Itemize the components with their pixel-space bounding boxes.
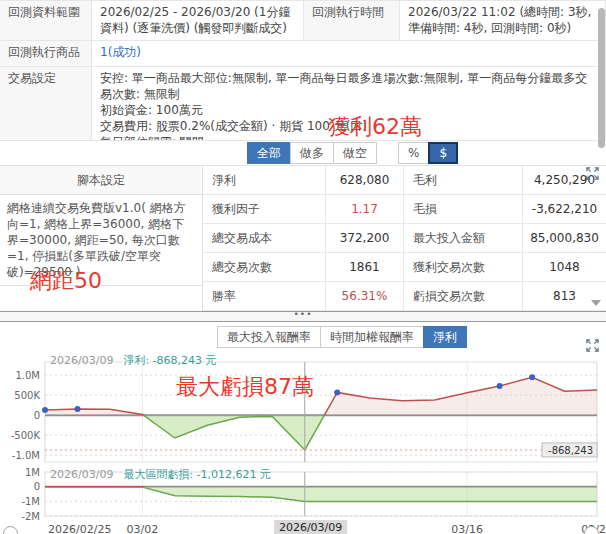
right-zoom-handle[interactable] [584, 526, 599, 534]
table-row: 總交易成本 372,200 最大投入金額 85,000,830 [203, 224, 606, 253]
stat-label: 獲利交易次數 [404, 253, 523, 282]
stat-label: 淨利 [203, 166, 326, 195]
stat-value: -3,622,210 [523, 195, 606, 224]
chart-fullscreen-icon[interactable] [586, 339, 599, 352]
script-settings-column: 腳本設定 網格連續交易免費版v1.0( 網格方向=1, 網格上界=36000, … [0, 166, 203, 311]
stat-label: 總交易次數 [203, 253, 326, 282]
trade-settings-value: 安控: 單一商品最大部位:無限制, 單一商品每日最多進場次數:無限制, 單一商品… [92, 67, 606, 141]
stat-label: 毛利 [404, 166, 523, 195]
dollar-toggle-button[interactable]: $ [428, 142, 458, 164]
max-drawdown-chart[interactable]: 1M0-1M-2M 2026/03/09最大區間虧損: -1,012,621 元 [0, 466, 606, 520]
x-axis-tick: 03/02 [127, 523, 159, 534]
svg-text:0: 0 [34, 410, 40, 421]
direction-filter-group: 全部 做多 做空 [247, 142, 377, 164]
chart-tab-bar: 最大投入報酬率 時間加權報酬率 淨利 [0, 322, 606, 352]
stats-grid: 淨利 628,080 毛利 4,250,290 獲利因子 1.17 毛損 -3,… [203, 166, 606, 311]
left-zoom-handle[interactable] [3, 526, 18, 534]
result-toolbar: 全部 做多 做空 % $ [0, 141, 606, 165]
svg-text:1.0M: 1.0M [15, 370, 40, 381]
filter-all-button[interactable]: 全部 [247, 142, 291, 164]
svg-text:500K: 500K [14, 390, 40, 401]
product-success-link[interactable]: 1(成功) [100, 45, 141, 59]
svg-text:-1M: -1M [21, 496, 40, 507]
stat-value: 56.31% [326, 282, 404, 311]
net-profit-chart-svg[interactable]: -868,2431.0M500K0-500K-1.0M [0, 352, 606, 466]
stat-label: 虧損交易次數 [404, 282, 523, 311]
stat-label: 總交易成本 [203, 224, 326, 253]
filter-long-button[interactable]: 做多 [290, 142, 334, 164]
x-axis-tick: 2026/02/25 [48, 523, 111, 534]
stat-value: 1.17 [326, 195, 404, 224]
stat-label: 勝率 [203, 282, 326, 311]
stat-value: 85,000,830 [523, 224, 606, 253]
vertical-scrollbar[interactable] [598, 8, 605, 148]
tab-time-weighted-return[interactable]: 時間加權報酬率 [320, 326, 424, 348]
collapse-arrow-icon[interactable] [591, 300, 601, 306]
range-value: 2026/02/25 - 2026/03/20 (1分鐘資料) (逐筆洗價) (… [92, 1, 304, 41]
x-axis-tick: 03/16 [451, 523, 483, 534]
trade-settings-label: 交易設定 [0, 67, 92, 141]
chart-tab-group: 最大投入報酬率 時間加權報酬率 淨利 [217, 326, 467, 348]
stat-value: 372,200 [326, 224, 404, 253]
table-row: 獲利因子 1.17 毛損 -3,622,210 [203, 195, 606, 224]
max-drawdown-chart-svg[interactable]: 1M0-1M-2M [0, 466, 606, 520]
svg-text:-500K: -500K [11, 430, 41, 441]
stat-label: 毛損 [404, 195, 523, 224]
range-label: 回測資料範圍 [0, 1, 92, 41]
filter-short-button[interactable]: 做空 [333, 142, 377, 164]
crosshair-date-tooltip: 2026/03/09 [274, 520, 347, 534]
tab-max-invest-return[interactable]: 最大投入報酬率 [217, 326, 321, 348]
net-profit-chart[interactable]: -868,2431.0M500K0-500K-1.0M 2026/03/09淨利… [0, 352, 606, 466]
shared-x-axis: 2026/02/2503/0203/0903/1603/202026/03/09 [0, 520, 606, 534]
exec-time-label: 回測執行時間 [304, 1, 400, 41]
product-label: 回測執行商品 [0, 41, 92, 67]
exec-time-value: 2026/03/22 11:02 (總時間: 3秒, 準備時間: 4秒, 回測時… [400, 1, 606, 41]
stat-value: 628,080 [326, 166, 404, 195]
fullscreen-icon[interactable] [586, 167, 599, 180]
tab-net-profit[interactable]: 淨利 [423, 326, 467, 348]
stats-table: 腳本設定 網格連續交易免費版v1.0( 網格方向=1, 網格上界=36000, … [0, 165, 606, 311]
script-settings-header: 腳本設定 [0, 166, 202, 195]
panel-splitter[interactable]: ••• [0, 311, 606, 322]
svg-text:-1.0M: -1.0M [12, 450, 40, 461]
stat-value: 1861 [326, 253, 404, 282]
table-row: 總交易次數 1861 獲利交易次數 1048 [203, 253, 606, 282]
svg-text:0: 0 [34, 481, 40, 492]
svg-text:1M: 1M [25, 467, 40, 478]
stat-value: 1048 [523, 253, 606, 282]
table-row: 淨利 628,080 毛利 4,250,290 [203, 166, 606, 195]
backtest-info-table: 回測資料範圍 2026/02/25 - 2026/03/20 (1分鐘資料) (… [0, 0, 606, 141]
script-settings-text: 網格連續交易免費版v1.0( 網格方向=1, 網格上界=36000, 網格下界=… [0, 195, 202, 286]
unit-toggle-group: % $ [398, 142, 458, 164]
stat-value: 813 [523, 282, 606, 311]
percent-toggle-button[interactable]: % [398, 142, 429, 164]
svg-text:-868,243: -868,243 [548, 445, 593, 456]
stat-label: 最大投入金額 [404, 224, 523, 253]
table-row: 勝率 56.31% 虧損交易次數 813 [203, 282, 606, 311]
stat-label: 獲利因子 [203, 195, 326, 224]
